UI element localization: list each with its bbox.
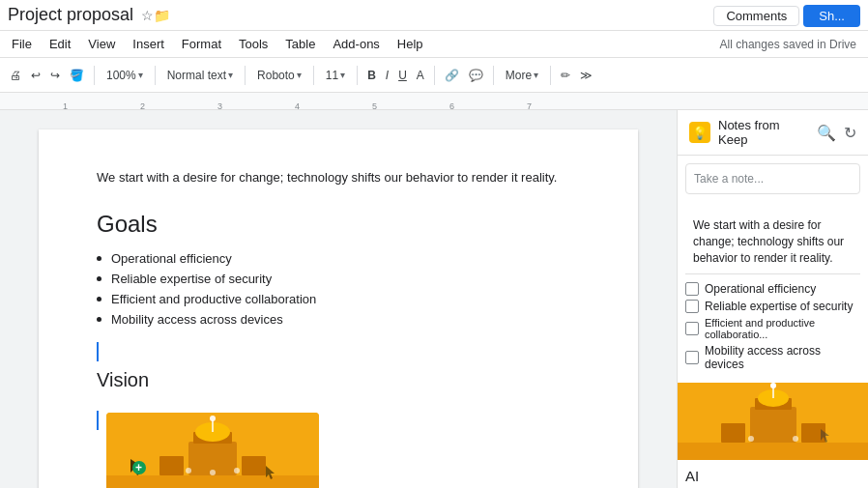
font-dropdown[interactable]: Roboto▾	[251, 67, 307, 84]
star-icon[interactable]: ☆	[141, 8, 154, 23]
ai-section: AI Artificial intelligence is intelligen…	[685, 468, 860, 488]
comments-button[interactable]: Comments	[713, 6, 799, 26]
folder-icon[interactable]: 📁	[154, 8, 170, 23]
bullet-icon	[97, 317, 101, 322]
separator-2	[155, 66, 156, 85]
separator-5	[357, 66, 358, 85]
pen-btn[interactable]: ✏	[557, 67, 574, 84]
vision-section: +	[97, 405, 580, 489]
bold-btn[interactable]: B	[363, 67, 380, 84]
document-page: We start with a desire for change; techn…	[39, 129, 638, 488]
redo-btn[interactable]: ↪	[46, 67, 64, 84]
doc-title[interactable]: Project proposal	[8, 5, 133, 25]
ruler-mark: 5	[372, 101, 377, 111]
check-item: Efficient and productive collaboratio...	[685, 317, 860, 340]
menu-help[interactable]: Help	[390, 35, 431, 53]
checkbox[interactable]	[685, 300, 699, 313]
menu-bar: File Edit View Insert Format Tools Table…	[0, 31, 868, 58]
print-btn[interactable]: 🖨	[6, 67, 25, 84]
right-panel: 💡 Notes from Keep 🔍 ↻ Take a note... We …	[677, 110, 868, 488]
text-style-dropdown[interactable]: Normal text▾	[161, 67, 239, 84]
separator-3	[245, 66, 246, 85]
check-item: Reliable expertise of security	[685, 300, 860, 313]
ruler-mark: 7	[527, 101, 532, 111]
panel-title: Notes from Keep	[718, 118, 809, 147]
comment-btn[interactable]: 💬	[465, 67, 487, 84]
main-area: We start with a desire for change; techn…	[0, 110, 868, 488]
menu-view[interactable]: View	[80, 35, 123, 53]
toolbar: 🖨 ↩ ↪ 🪣 100%▾ Normal text▾ Roboto▾ 11▾ B…	[0, 58, 868, 93]
font-size-dropdown[interactable]: 11▾	[320, 67, 351, 84]
top-actions: Comments Sh...	[713, 0, 868, 31]
ruler-mark: 3	[217, 101, 222, 111]
ruler-mark: 6	[449, 101, 454, 111]
underline-btn[interactable]: U	[394, 67, 411, 84]
svg-point-12	[186, 468, 191, 474]
separator-7	[493, 66, 494, 85]
checkbox[interactable]	[685, 351, 699, 364]
checkbox[interactable]	[685, 322, 699, 335]
menu-tools[interactable]: Tools	[231, 35, 275, 53]
svg-rect-7	[159, 456, 184, 475]
note-content: We start with a desire for change; techn…	[685, 210, 860, 274]
keep-icon: 💡	[689, 122, 710, 143]
undo-btn[interactable]: ↩	[27, 67, 44, 84]
title-bar: Project proposal ☆ 📁 Comments Sh...	[0, 0, 868, 31]
document-area[interactable]: We start with a desire for change; techn…	[0, 110, 677, 488]
svg-point-22	[770, 383, 776, 388]
link-btn[interactable]: 🔗	[441, 67, 463, 84]
ruler-mark: 4	[295, 101, 300, 111]
check-item: Operational efficiency	[685, 282, 860, 296]
take-note-placeholder: Take a note...	[694, 172, 764, 186]
separator-4	[313, 66, 314, 85]
vision-heading: Vision	[97, 369, 580, 391]
list-item: Reliable expertise of security	[97, 272, 580, 286]
menu-file[interactable]: File	[4, 35, 40, 53]
bullet-icon	[97, 276, 101, 281]
goals-heading: Goals	[97, 211, 580, 238]
vision-cursor	[97, 411, 99, 430]
ruler: 1 2 3 4 5 6 7	[0, 93, 868, 110]
goals-list: Operational efficiency Reliable expertis…	[97, 251, 580, 327]
text-cursor-line	[97, 342, 580, 361]
menu-table[interactable]: Table	[277, 35, 323, 53]
zoom-dropdown[interactable]: 100%▾	[101, 67, 149, 84]
color-btn[interactable]: A	[413, 67, 428, 84]
bullet-icon	[97, 256, 101, 261]
search-icon[interactable]: 🔍	[817, 124, 836, 142]
panel-header: 💡 Notes from Keep 🔍 ↻	[678, 110, 868, 156]
check-item: Mobility access across devices	[685, 344, 860, 371]
svg-rect-23	[721, 423, 745, 443]
menu-edit[interactable]: Edit	[42, 35, 78, 53]
checkbox[interactable]	[685, 282, 699, 296]
more-dropdown[interactable]: More▾	[500, 67, 544, 84]
checklist: Operational efficiency Reliable expertis…	[685, 282, 860, 375]
svg-rect-17	[678, 443, 868, 460]
ruler-mark: 2	[140, 101, 145, 111]
share-button[interactable]: Sh...	[803, 5, 860, 27]
text-cursor	[97, 342, 99, 361]
ruler-mark: 1	[63, 101, 68, 111]
separator-6	[434, 66, 435, 85]
menu-addons[interactable]: Add-ons	[325, 35, 387, 53]
list-item: Operational efficiency	[97, 251, 580, 266]
svg-text:+: +	[135, 461, 142, 474]
svg-rect-1	[106, 475, 319, 489]
take-note-area[interactable]: Take a note...	[685, 163, 860, 194]
refresh-icon[interactable]: ↻	[844, 124, 856, 142]
paint-format-btn[interactable]: 🪣	[66, 67, 88, 84]
collapse-btn[interactable]: ≫	[576, 67, 596, 84]
menu-format[interactable]: Format	[174, 35, 229, 53]
list-item: Efficient and productive collaboration	[97, 292, 580, 306]
svg-point-25	[748, 436, 754, 442]
svg-point-6	[210, 416, 216, 421]
doc-intro-text: We start with a desire for change; techn…	[97, 168, 580, 187]
autosave-status: All changes saved in Drive	[720, 38, 864, 51]
svg-rect-18	[750, 407, 796, 443]
list-item: Mobility access across devices	[97, 312, 580, 327]
note-text: We start with a desire for change; techn…	[693, 218, 844, 265]
svg-point-13	[234, 468, 240, 474]
separator-1	[94, 66, 95, 85]
italic-btn[interactable]: I	[382, 67, 392, 84]
menu-insert[interactable]: Insert	[125, 35, 172, 53]
